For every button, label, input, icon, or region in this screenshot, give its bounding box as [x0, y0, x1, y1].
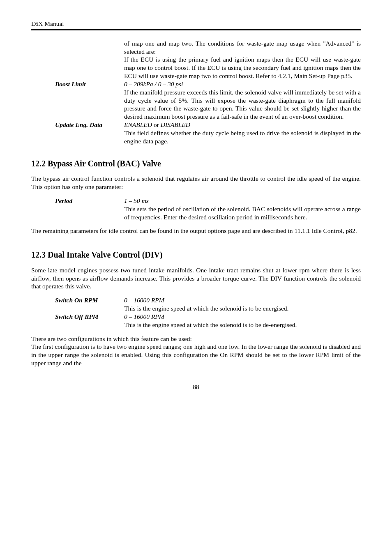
switch-off-rpm-label: Switch Off RPM	[55, 313, 124, 321]
wastegate-desc-1: of map one and map two. The conditions f…	[124, 39, 361, 56]
switch-off-rpm-desc: This is the engine speed at which the so…	[124, 321, 361, 329]
section-12-2-outro: The remaining parameters for idle contro…	[31, 227, 361, 235]
boost-limit-label: Boost Limit	[55, 80, 124, 88]
switch-off-rpm-range: 0 – 16000 RPM	[124, 313, 361, 321]
config-line-a: There are two configurations in which th…	[31, 335, 361, 343]
period-desc: This sets the period of oscillation of t…	[124, 205, 361, 221]
boost-limit-desc: If the manifold pressure exceeds this li…	[124, 88, 361, 121]
switch-on-rpm-label: Switch On RPM	[55, 296, 124, 304]
section-12-2-title: 12.2 Bypass Air Control (BAC) Valve	[31, 159, 361, 169]
update-eng-data-range: ENABLED or DISABLED	[124, 121, 361, 129]
section-12-2-intro: The bypass air control function controls…	[31, 175, 361, 191]
page-header: E6X Manual	[31, 20, 361, 30]
wastegate-desc-2: If the ECU is using the primary fuel and…	[124, 55, 361, 80]
period-block: Period 1 – 50 ms This sets the period of…	[55, 197, 361, 221]
config-line-b: The first configuration is to have two e…	[31, 343, 361, 367]
section-12-3-intro: Some late model engines possess two tune…	[31, 266, 361, 290]
header-title: E6X Manual	[31, 20, 64, 28]
boost-limit-range: 0 – 209kPa / 0 – 30 psi	[124, 80, 361, 88]
switch-block: Switch On RPM 0 – 16000 RPM This is the …	[55, 296, 361, 329]
update-eng-data-desc: This field defines whether the duty cycl…	[124, 129, 361, 145]
switch-on-rpm-range: 0 – 16000 RPM	[124, 296, 361, 304]
switch-on-rpm-desc: This is the engine speed at which the so…	[124, 304, 361, 313]
top-param-block: of map one and map two. The conditions f…	[55, 39, 361, 145]
section-12-3-title: 12.3 Dual Intake Valve Control (DIV)	[31, 250, 361, 260]
page-number: 88	[31, 383, 361, 391]
period-range: 1 – 50 ms	[124, 197, 361, 205]
update-eng-data-label: Update Eng. Data	[55, 121, 124, 129]
period-label: Period	[55, 197, 124, 205]
